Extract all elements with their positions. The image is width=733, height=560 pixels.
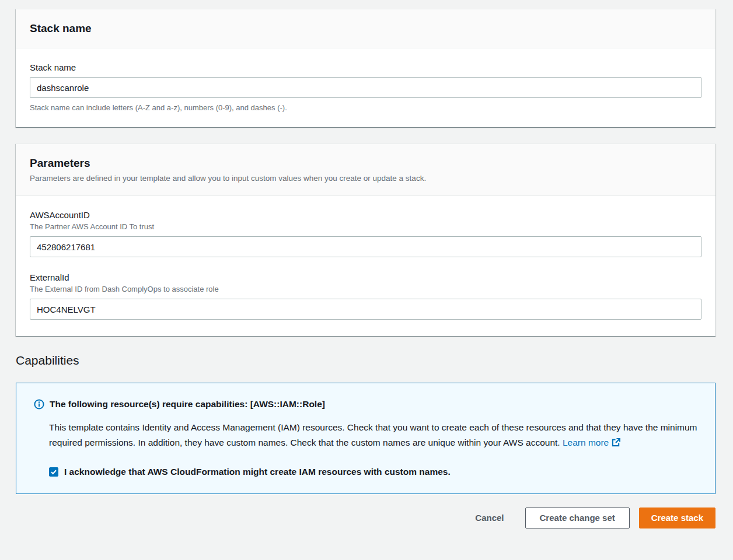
- learn-more-link[interactable]: Learn more: [563, 438, 620, 447]
- form-actions: Cancel Create change set Create stack: [16, 508, 715, 528]
- parameters-section-title: Parameters: [30, 157, 701, 170]
- external-id-label: ExternalId: [30, 272, 701, 282]
- external-id-input[interactable]: [30, 299, 701, 320]
- cancel-button[interactable]: Cancel: [467, 508, 512, 528]
- aws-account-id-help: The Partner AWS Account ID To trust: [30, 222, 701, 231]
- create-change-set-button[interactable]: Create change set: [525, 508, 630, 528]
- capabilities-info-alert: The following resource(s) require capabi…: [16, 383, 715, 494]
- stack-name-label: Stack name: [30, 62, 701, 72]
- create-stack-button[interactable]: Create stack: [639, 508, 715, 528]
- stack-name-section-body: Stack name Stack name can include letter…: [16, 48, 715, 127]
- stack-name-section-title: Stack name: [30, 22, 701, 35]
- stack-name-constraint-text: Stack name can include letters (A-Z and …: [30, 103, 701, 112]
- create-stack-page: Stack name Stack name Stack name can inc…: [0, 0, 733, 536]
- check-icon: [50, 468, 57, 475]
- iam-acknowledge-checkbox[interactable]: [49, 467, 58, 477]
- external-id-help: The External ID from Dash ComplyOps to a…: [30, 285, 701, 293]
- alert-title: The following resource(s) require capabi…: [50, 399, 325, 410]
- stack-name-section-header: Stack name: [16, 9, 715, 48]
- parameters-section-description: Parameters are defined in your template …: [30, 174, 701, 183]
- alert-body: This template contains Identity and Acce…: [49, 420, 697, 452]
- aws-account-id-label: AWSAccountID: [30, 210, 701, 220]
- parameters-section-header: Parameters Parameters are defined in you…: [16, 144, 715, 196]
- learn-more-link-label: Learn more: [563, 438, 609, 447]
- parameters-section-body: AWSAccountID The Partner AWS Account ID …: [16, 196, 715, 336]
- param-field-aws-account-id: AWSAccountID The Partner AWS Account ID …: [30, 210, 701, 257]
- param-field-external-id: ExternalId The External ID from Dash Com…: [30, 272, 701, 320]
- stack-name-section: Stack name Stack name Stack name can inc…: [16, 9, 715, 127]
- stack-name-input[interactable]: [30, 77, 701, 98]
- iam-acknowledge-row[interactable]: I acknowledge that AWS CloudFormation mi…: [49, 467, 697, 477]
- iam-acknowledge-label: I acknowledge that AWS CloudFormation mi…: [64, 467, 451, 477]
- alert-title-row: The following resource(s) require capabi…: [34, 399, 697, 411]
- capabilities-title: Capabilities: [16, 354, 715, 368]
- info-icon: [34, 399, 44, 411]
- aws-account-id-input[interactable]: [30, 236, 701, 257]
- external-link-icon: [612, 439, 620, 449]
- parameters-section: Parameters Parameters are defined in you…: [16, 144, 715, 336]
